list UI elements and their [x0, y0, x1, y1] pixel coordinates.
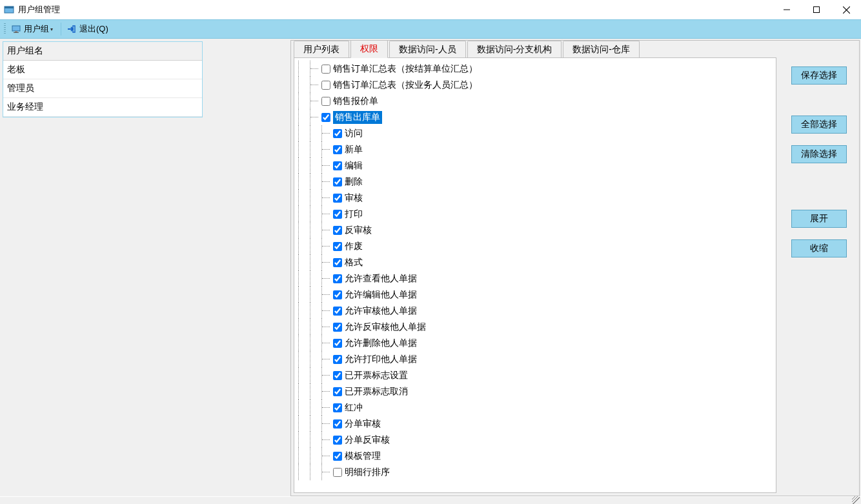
close-button[interactable] — [831, 0, 861, 19]
tree-checkbox[interactable] — [333, 290, 342, 299]
tree-label: 模板管理 — [345, 450, 381, 462]
usergroup-header: 用户组名 — [3, 42, 202, 61]
minimize-button[interactable] — [772, 0, 802, 19]
svg-rect-7 — [15, 31, 17, 32]
tree-indent — [298, 190, 310, 206]
tree-node[interactable]: 允许审核他人单据 — [298, 303, 776, 319]
tree-label: 允许查看他人单据 — [345, 273, 417, 285]
tree-checkbox[interactable] — [333, 403, 342, 412]
tree-node[interactable]: 销售报价单 — [298, 93, 776, 109]
exit-button[interactable]: 退出(Q) — [64, 21, 111, 37]
tree-node[interactable]: 已开票标志设置 — [298, 367, 776, 383]
tree-checkbox[interactable] — [333, 468, 342, 477]
select-all-button[interactable]: 全部选择 — [791, 116, 847, 134]
tree-node[interactable]: 明细行排序 — [298, 464, 776, 480]
tree-checkbox[interactable] — [333, 194, 342, 203]
tree-label: 删除 — [345, 176, 363, 188]
tree-checkbox[interactable] — [333, 274, 342, 283]
usergroup-row[interactable]: 老板 — [3, 61, 202, 79]
usergroup-table: 用户组名 老板管理员业务经理 — [3, 41, 203, 117]
tree-node[interactable]: 编辑 — [298, 157, 776, 174]
tree-node[interactable]: 模板管理 — [298, 448, 776, 464]
tree-label: 已开票标志取消 — [345, 386, 408, 398]
save-selection-button[interactable]: 保存选择 — [791, 66, 847, 85]
tree-label: 编辑 — [345, 160, 363, 172]
tree-node[interactable]: 作废 — [298, 238, 776, 254]
permission-tree-scroll[interactable]: 销售订单汇总表（按结算单位汇总）销售订单汇总表（按业务人员汇总）销售报价单销售出… — [294, 58, 776, 492]
tree-node[interactable]: 允许打印他人单据 — [298, 351, 776, 367]
toolbar: 用户组 ▾ 退出(Q) — [0, 19, 861, 39]
tree-checkbox[interactable] — [333, 387, 342, 396]
tree-node[interactable]: 红冲 — [298, 399, 776, 416]
tree-node[interactable]: 分单反审核 — [298, 432, 776, 448]
tree-checkbox[interactable] — [321, 81, 330, 90]
tree-checkbox[interactable] — [333, 226, 342, 235]
tree-checkbox[interactable] — [333, 371, 342, 380]
tree-checkbox[interactable] — [333, 145, 342, 154]
tree-checkbox[interactable] — [333, 355, 342, 364]
tab-2[interactable]: 数据访问-人员 — [389, 41, 466, 58]
maximize-button[interactable] — [802, 0, 831, 19]
tree-node[interactable]: 打印 — [298, 206, 776, 222]
tree-indent — [310, 206, 321, 222]
usergroup-row[interactable]: 管理员 — [3, 79, 202, 98]
tree-indent — [298, 351, 310, 367]
tree-checkbox[interactable] — [321, 65, 330, 74]
tree-node[interactable]: 销售订单汇总表（按业务人员汇总） — [298, 77, 776, 93]
usergroup-dropdown[interactable]: 用户组 ▾ — [8, 21, 56, 37]
tree-node[interactable]: 新单 — [298, 141, 776, 157]
toolbar-grip — [4, 23, 6, 35]
expand-button[interactable]: 展开 — [791, 210, 847, 228]
tree-label: 已开票标志设置 — [345, 370, 408, 381]
tree-checkbox[interactable] — [333, 210, 342, 219]
tree-checkbox[interactable] — [333, 129, 342, 138]
tree-checkbox[interactable] — [321, 113, 330, 122]
tab-0[interactable]: 用户列表 — [294, 41, 349, 58]
permission-tree: 销售订单汇总表（按结算单位汇总）销售订单汇总表（按业务人员汇总）销售报价单销售出… — [298, 61, 776, 480]
tree-node[interactable]: 格式 — [298, 254, 776, 270]
tree-node[interactable]: 销售出库单 — [298, 109, 776, 125]
tree-indent — [310, 287, 321, 303]
toolbar-separator — [61, 23, 61, 35]
tree-checkbox[interactable] — [333, 258, 342, 267]
tree-node[interactable]: 已开票标志取消 — [298, 383, 776, 399]
tree-indent — [298, 303, 310, 319]
tab-4[interactable]: 数据访问-仓库 — [563, 41, 640, 58]
tree-indent — [321, 174, 333, 190]
tree-label: 允许编辑他人单据 — [345, 289, 417, 301]
tree-indent — [310, 254, 321, 270]
tree-node[interactable]: 允许反审核他人单据 — [298, 319, 776, 335]
tree-node[interactable]: 审核 — [298, 190, 776, 206]
tree-indent — [310, 174, 321, 190]
tree-node[interactable]: 分单审核 — [298, 416, 776, 432]
tree-indent — [298, 238, 310, 254]
tree-checkbox[interactable] — [333, 339, 342, 348]
tree-node[interactable]: 允许编辑他人单据 — [298, 287, 776, 303]
tree-checkbox[interactable] — [333, 177, 342, 186]
tab-1[interactable]: 权限 — [350, 40, 388, 58]
tree-checkbox[interactable] — [333, 419, 342, 428]
tree-checkbox[interactable] — [333, 436, 342, 445]
tree-indent — [321, 319, 333, 335]
tree-node[interactable]: 删除 — [298, 174, 776, 190]
tab-3[interactable]: 数据访问-分支机构 — [467, 41, 562, 58]
svg-rect-8 — [14, 32, 19, 33]
usergroup-row[interactable]: 业务经理 — [3, 98, 202, 117]
tree-checkbox[interactable] — [333, 323, 342, 332]
resize-grip-icon[interactable] — [852, 496, 860, 504]
tree-node[interactable]: 销售订单汇总表（按结算单位汇总） — [298, 61, 776, 77]
tree-checkbox[interactable] — [333, 452, 342, 461]
tree-node[interactable]: 允许删除他人单据 — [298, 335, 776, 351]
tree-indent — [298, 432, 310, 448]
tree-indent — [298, 206, 310, 222]
clear-selection-button[interactable]: 清除选择 — [791, 145, 847, 163]
tree-indent — [298, 335, 310, 351]
tree-node[interactable]: 允许查看他人单据 — [298, 270, 776, 287]
tree-checkbox[interactable] — [333, 161, 342, 170]
tree-node[interactable]: 访问 — [298, 125, 776, 141]
tree-node[interactable]: 反审核 — [298, 222, 776, 238]
tree-checkbox[interactable] — [333, 307, 342, 316]
tree-checkbox[interactable] — [333, 242, 342, 251]
collapse-button[interactable]: 收缩 — [791, 239, 847, 257]
tree-checkbox[interactable] — [321, 97, 330, 106]
